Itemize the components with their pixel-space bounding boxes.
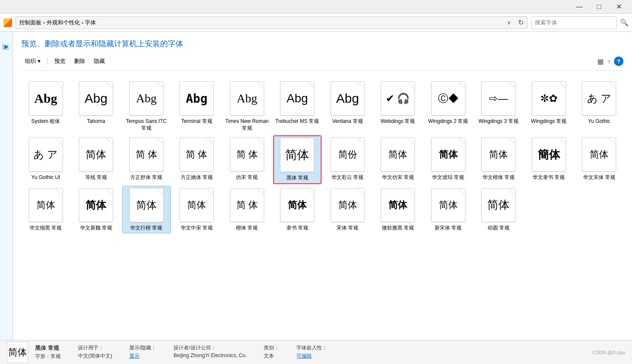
font-name-songti: 宋体 常规 bbox=[337, 225, 358, 232]
font-name-hua-fang-song: 华文仿宋 常规 bbox=[382, 174, 414, 181]
font-icon-dengxian: 简体 bbox=[79, 137, 113, 172]
font-item-trebuchet[interactable]: AbgTrebuchet MS 常规 bbox=[273, 79, 322, 134]
font-item-yugothic[interactable]: あ アYu Gothic bbox=[575, 79, 624, 134]
status-showhide-label: 显示/隐藏： bbox=[129, 344, 156, 352]
organize-button[interactable]: 组织 ▾ bbox=[21, 56, 44, 67]
font-name-webdings: Webdings 常规 bbox=[381, 118, 415, 125]
font-item-tahoma[interactable]: AbgTahoma bbox=[72, 79, 121, 134]
font-icon-wingdings: ✼✿ bbox=[532, 81, 566, 116]
font-icon-microsoft-yahei: 简体 bbox=[381, 188, 415, 222]
status-category-value: 文本 bbox=[264, 352, 279, 360]
font-name-dengxian: 等线 常规 bbox=[85, 174, 107, 181]
font-name-lishu: 楷体 常规 bbox=[236, 225, 258, 232]
status-embed-label: 字体嵌入性： bbox=[296, 344, 327, 352]
search-button[interactable]: 🔍 bbox=[620, 18, 629, 27]
preview-button[interactable]: 预览 bbox=[51, 56, 69, 67]
font-item-verdana[interactable]: AbgVerdana 常规 bbox=[323, 79, 372, 134]
font-icon-yugothic: あ ア bbox=[582, 81, 616, 116]
font-item-fangzheng-yao[interactable]: 简 体方正姚体 常规 bbox=[173, 135, 221, 184]
status-embed-value[interactable]: 可编辑 bbox=[296, 352, 327, 360]
main-content: 息 ▶ 预览、删除或者显示和隐藏计算机上安装的字体 组织 ▾ | 预览 删除 隐… bbox=[0, 32, 632, 340]
font-icon-heiti: 简体 bbox=[280, 138, 314, 172]
font-item-hua-xingkai[interactable]: 简体华文行楷 常规 bbox=[122, 186, 171, 234]
font-icon-wingdings3: ⇨— bbox=[481, 81, 516, 116]
font-item-hua-zhongsong[interactable]: 简体华文中宋 常规 bbox=[173, 186, 221, 234]
font-item-hua-fang-song[interactable]: 简体华文仿宋 常规 bbox=[374, 135, 423, 184]
status-font-name: 黑体 常规 bbox=[35, 344, 61, 352]
font-item-youyuan[interactable]: 简体幼圆 常规 bbox=[474, 186, 523, 234]
address-path[interactable]: 控制面板 › 外观和个性化 › 字体 ∨ ↻ bbox=[15, 16, 528, 29]
view-button[interactable]: ▦ bbox=[597, 57, 604, 66]
app-icon bbox=[3, 18, 12, 27]
minimize-button[interactable]: — bbox=[569, 0, 589, 14]
font-item-hua-lishu[interactable]: 簡体华文隶书 常规 bbox=[525, 135, 573, 184]
font-icon-hua-fang-song: 简体 bbox=[381, 137, 415, 172]
font-grid: AbgSystem 粗体AbgTahomaAbgTempus Sans ITC … bbox=[21, 76, 623, 237]
font-item-hua-xinwei[interactable]: 简体华文新魏 常规 bbox=[72, 186, 121, 234]
font-name-hua-song: 华文宋体 常规 bbox=[583, 174, 615, 181]
font-item-times-new-roman[interactable]: AbgTimes New Roman 常规 bbox=[223, 79, 271, 134]
font-item-hua-liu-bo[interactable]: 简体华文琥珀 常规 bbox=[424, 135, 473, 184]
font-name-tempus-sans: Tempus Sans ITC 常规 bbox=[124, 118, 169, 131]
font-item-heiti[interactable]: 简体黑体 常规 bbox=[273, 135, 322, 184]
font-item-webdings[interactable]: ✔ 🎧Webdings 常规 bbox=[374, 79, 423, 134]
font-item-tempus-sans[interactable]: AbgTempus Sans ITC 常规 bbox=[122, 79, 171, 134]
font-item-hua-song[interactable]: 简体华文宋体 常规 bbox=[575, 135, 624, 184]
font-item-terminal[interactable]: AbgTerminal 常规 bbox=[173, 79, 221, 134]
font-name-system-cu: System 粗体 bbox=[31, 118, 60, 125]
font-item-microsoft-yahei[interactable]: 简体微软雅黑 常规 bbox=[374, 186, 423, 234]
font-name-hua-kai-shu: 华文楷体 常规 bbox=[483, 174, 515, 181]
font-name-hua-zhongsong: 华文中宋 常规 bbox=[181, 225, 213, 232]
font-item-system-cu[interactable]: AbgSystem 粗体 bbox=[21, 79, 70, 134]
font-item-dengxian[interactable]: 简体等线 常规 bbox=[72, 135, 121, 184]
title-bar: — □ ✕ bbox=[0, 0, 632, 14]
font-item-fangzheng-shu[interactable]: 简 体方正舒体 常规 bbox=[122, 135, 171, 184]
chevron-down-icon[interactable]: ∨ bbox=[504, 19, 515, 26]
font-icon-hua-kai-shu: 简体 bbox=[481, 137, 516, 172]
font-item-new-songti[interactable]: 简体新宋体 常规 bbox=[424, 186, 473, 234]
font-icon-hua-xihei: 简体 bbox=[29, 188, 63, 222]
hide-button[interactable]: 隐藏 bbox=[90, 56, 108, 67]
font-item-fangsung[interactable]: 简 体仿宋 常规 bbox=[223, 135, 271, 184]
font-item-lishu2[interactable]: 简体隶书 常规 bbox=[273, 186, 322, 234]
status-designed-value: 中文(简体中文) bbox=[78, 352, 112, 360]
status-bar: 简体 黑体 常规 字形：常规 设计用于： 中文(简体中文) 显示/隐藏： 显示 … bbox=[0, 340, 632, 364]
font-name-lishu2: 隶书 常规 bbox=[286, 225, 308, 232]
font-item-wingdings2[interactable]: Ⓒ◆Wingdings 2 常规 bbox=[424, 79, 473, 134]
font-name-wingdings3: Wingdings 3 常规 bbox=[479, 118, 519, 125]
font-item-lishu[interactable]: 简 体楷体 常规 bbox=[223, 186, 271, 234]
font-name-microsoft-yahei: 微软雅黑 常规 bbox=[382, 225, 414, 232]
font-name-terminal: Terminal 常规 bbox=[181, 118, 212, 125]
search-input[interactable] bbox=[531, 16, 617, 29]
font-name-heiti: 黑体 常规 bbox=[286, 175, 308, 182]
status-designer-label: 设计者/设计公司： bbox=[173, 344, 247, 352]
font-name-wingdings2: Wingdings 2 常规 bbox=[428, 118, 468, 125]
sidebar-item-nav[interactable]: ▶ bbox=[3, 44, 9, 50]
font-icon-hua-zhongsong: 简体 bbox=[179, 188, 214, 222]
toolbar-right: ▦ ▾ ? bbox=[597, 57, 623, 66]
font-icon-verdana: Abg bbox=[331, 81, 365, 116]
close-button[interactable]: ✕ bbox=[609, 0, 629, 14]
separator: | bbox=[47, 57, 48, 65]
status-showhide-value[interactable]: 显示 bbox=[129, 352, 156, 360]
font-icon-new-songti: 简体 bbox=[431, 188, 465, 222]
font-icon-fangzheng-yao: 简 体 bbox=[179, 137, 214, 172]
font-name-hua-xihei: 华文细黑 常规 bbox=[30, 225, 62, 232]
sidebar: 息 ▶ bbox=[0, 32, 13, 340]
maximize-button[interactable]: □ bbox=[589, 0, 609, 14]
font-item-hua-kai-shu[interactable]: 简体华文楷体 常规 bbox=[474, 135, 523, 184]
delete-button[interactable]: 删除 bbox=[71, 56, 89, 67]
font-name-fangzheng-yao: 方正姚体 常规 bbox=[181, 174, 213, 181]
status-font-preview: 简体 bbox=[7, 342, 28, 363]
font-item-wingdings3[interactable]: ⇨—Wingdings 3 常规 bbox=[474, 79, 523, 134]
font-item-songti[interactable]: 简体宋体 常规 bbox=[323, 186, 372, 234]
font-item-hua-cai-yun[interactable]: 简份华文彩云 常规 bbox=[323, 135, 372, 184]
font-item-hua-xihei[interactable]: 简体华文细黑 常规 bbox=[21, 186, 70, 234]
font-name-verdana: Verdana 常规 bbox=[332, 118, 363, 125]
help-button[interactable]: ? bbox=[614, 57, 623, 66]
status-style: 字形：常规 bbox=[35, 353, 61, 360]
font-item-yugothic-ui[interactable]: あ アYu Gothic UI bbox=[21, 135, 70, 184]
refresh-icon[interactable]: ↻ bbox=[518, 18, 524, 27]
font-name-hua-liu-bo: 华文琥珀 常规 bbox=[432, 174, 464, 181]
font-item-wingdings[interactable]: ✼✿Wingdings 常规 bbox=[525, 79, 573, 134]
